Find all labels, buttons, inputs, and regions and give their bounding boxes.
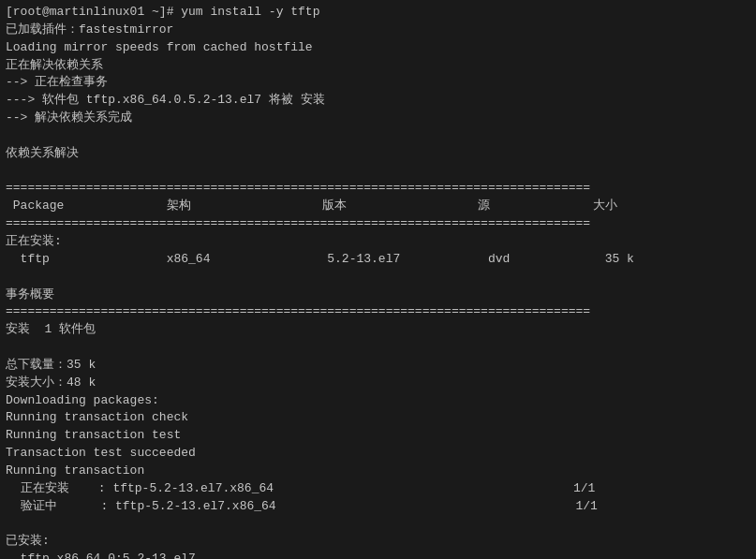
empty1 — [6, 127, 750, 145]
deps-resolved: --> 解决依赖关系完成 — [6, 110, 750, 127]
total-download: 总下载量：35 k — [6, 357, 750, 375]
empty2 — [6, 163, 750, 181]
pkg-tftp-row: tftp x86_64 5.2-13.el7 dvd 35 k — [6, 251, 750, 269]
cmd-line: [root@martinlinux01 ~]# yum install -y t… — [6, 4, 750, 22]
loading-mirrors: Loading mirror speeds from cached hostfi… — [6, 39, 750, 57]
installing-label: 正在安装: — [6, 233, 750, 251]
plugin-loaded: 已加载插件：fastestmirror — [6, 22, 750, 39]
installing-pkg: 正在安装 : tftp-5.2-13.el7.x86_64 1/1 — [6, 480, 750, 498]
table-header: Package 架构 版本 源 大小 — [6, 198, 750, 215]
empty4 — [6, 339, 750, 357]
running-test: Running transaction test — [6, 427, 750, 445]
test-succeeded: Transaction test succeeded — [6, 445, 750, 463]
install-size: 安装大小：48 k — [6, 375, 750, 392]
resolving-deps: 正在解决依赖关系 — [6, 57, 750, 75]
installed-pkg: tftp.x86_64 0:5.2-13.el7 — [6, 551, 750, 559]
divider2: ========================================… — [6, 215, 750, 233]
dep-resolved-label: 依赖关系解决 — [6, 145, 750, 163]
checking-trans: --> 正在检查事务 — [6, 74, 750, 92]
downloading-pkgs: Downloading packages: — [6, 392, 750, 410]
pkg-to-install: ---> 软件包 tftp.x86_64.0.5.2-13.el7 将被 安装 — [6, 92, 750, 110]
installed-label: 已安装: — [6, 533, 750, 551]
install-count: 安装 1 软件包 — [6, 321, 750, 339]
terminal-window: [root@martinlinux01 ~]# yum install -y t… — [0, 0, 756, 559]
empty5 — [6, 515, 750, 533]
running-trans: Running transaction — [6, 463, 750, 480]
divider3: ========================================… — [6, 303, 750, 321]
transaction-summary-label: 事务概要 — [6, 287, 750, 304]
running-check: Running transaction check — [6, 409, 750, 427]
divider1: ========================================… — [6, 180, 750, 198]
empty3 — [6, 269, 750, 287]
verifying-pkg: 验证中 : tftp-5.2-13.el7.x86_64 1/1 — [6, 498, 750, 516]
